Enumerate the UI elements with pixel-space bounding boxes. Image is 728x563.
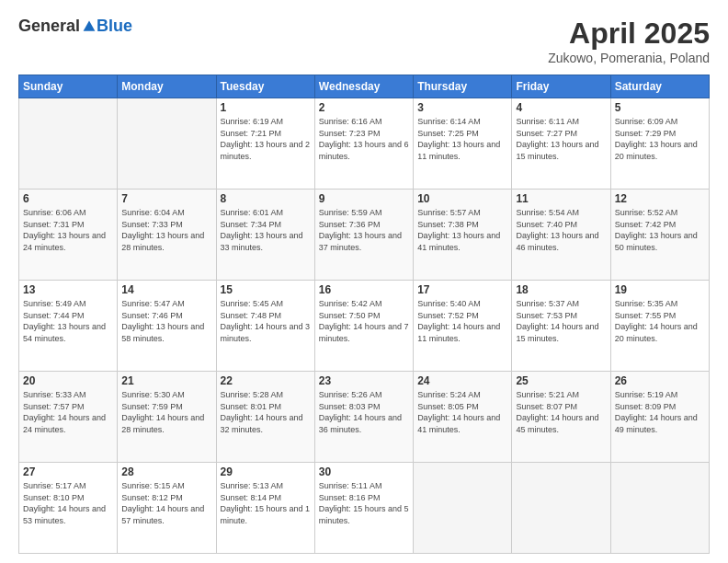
day-info: Sunrise: 5:54 AM Sunset: 7:40 PM Dayligh… xyxy=(516,207,606,253)
day-number: 16 xyxy=(319,283,409,296)
day-header-friday: Friday xyxy=(512,75,610,98)
calendar-cell: 17Sunrise: 5:40 AM Sunset: 7:52 PM Dayli… xyxy=(414,281,512,372)
page: General Blue April 2025 Zukowo, Pomerani… xyxy=(0,0,728,563)
day-info: Sunrise: 5:30 AM Sunset: 7:59 PM Dayligh… xyxy=(121,389,211,435)
day-number: 25 xyxy=(516,374,606,387)
day-number: 18 xyxy=(516,283,606,296)
calendar-cell: 24Sunrise: 5:24 AM Sunset: 8:05 PM Dayli… xyxy=(414,372,512,463)
calendar-cell: 7Sunrise: 6:04 AM Sunset: 7:33 PM Daylig… xyxy=(118,190,216,281)
day-number: 24 xyxy=(417,374,507,387)
calendar-cell: 10Sunrise: 5:57 AM Sunset: 7:38 PM Dayli… xyxy=(414,190,512,281)
calendar-cell: 18Sunrise: 5:37 AM Sunset: 7:53 PM Dayli… xyxy=(512,281,610,372)
calendar-cell xyxy=(512,463,610,554)
day-info: Sunrise: 5:19 AM Sunset: 8:09 PM Dayligh… xyxy=(615,389,705,435)
title-area: April 2025 Zukowo, Pomerania, Poland xyxy=(548,17,710,65)
calendar-cell: 22Sunrise: 5:28 AM Sunset: 8:01 PM Dayli… xyxy=(216,372,314,463)
calendar-cell: 29Sunrise: 5:13 AM Sunset: 8:14 PM Dayli… xyxy=(216,463,314,554)
day-info: Sunrise: 6:16 AM Sunset: 7:23 PM Dayligh… xyxy=(319,116,409,162)
day-info: Sunrise: 5:17 AM Sunset: 8:10 PM Dayligh… xyxy=(23,480,113,526)
day-number: 3 xyxy=(417,101,507,114)
day-info: Sunrise: 5:59 AM Sunset: 7:36 PM Dayligh… xyxy=(319,207,409,253)
week-row-4: 20Sunrise: 5:33 AM Sunset: 7:57 PM Dayli… xyxy=(19,372,710,463)
day-info: Sunrise: 5:21 AM Sunset: 8:07 PM Dayligh… xyxy=(516,389,606,435)
day-number: 15 xyxy=(221,283,311,296)
calendar-cell xyxy=(19,98,118,190)
day-number: 20 xyxy=(23,374,113,387)
day-number: 28 xyxy=(121,465,211,478)
logo-icon xyxy=(82,19,97,34)
calendar-cell: 3Sunrise: 6:14 AM Sunset: 7:25 PM Daylig… xyxy=(414,98,512,190)
day-info: Sunrise: 5:37 AM Sunset: 7:53 PM Dayligh… xyxy=(516,298,606,344)
calendar-cell: 4Sunrise: 6:11 AM Sunset: 7:27 PM Daylig… xyxy=(512,98,610,190)
logo-blue-text: Blue xyxy=(97,17,132,36)
day-number: 30 xyxy=(319,465,409,478)
day-info: Sunrise: 5:26 AM Sunset: 8:03 PM Dayligh… xyxy=(319,389,409,435)
day-info: Sunrise: 5:47 AM Sunset: 7:46 PM Dayligh… xyxy=(121,298,211,344)
day-info: Sunrise: 5:35 AM Sunset: 7:55 PM Dayligh… xyxy=(615,298,705,344)
day-info: Sunrise: 6:06 AM Sunset: 7:31 PM Dayligh… xyxy=(23,207,113,253)
day-info: Sunrise: 6:11 AM Sunset: 7:27 PM Dayligh… xyxy=(516,116,606,162)
day-header-sunday: Sunday xyxy=(19,75,118,98)
day-number: 4 xyxy=(516,101,606,114)
week-row-3: 13Sunrise: 5:49 AM Sunset: 7:44 PM Dayli… xyxy=(19,281,710,372)
day-number: 17 xyxy=(417,283,507,296)
week-row-2: 6Sunrise: 6:06 AM Sunset: 7:31 PM Daylig… xyxy=(19,190,710,281)
calendar-cell: 8Sunrise: 6:01 AM Sunset: 7:34 PM Daylig… xyxy=(216,190,314,281)
month-title: April 2025 xyxy=(548,17,710,51)
day-info: Sunrise: 5:11 AM Sunset: 8:16 PM Dayligh… xyxy=(319,480,409,526)
calendar-cell: 27Sunrise: 5:17 AM Sunset: 8:10 PM Dayli… xyxy=(19,463,118,554)
calendar-cell: 21Sunrise: 5:30 AM Sunset: 7:59 PM Dayli… xyxy=(118,372,216,463)
week-row-5: 27Sunrise: 5:17 AM Sunset: 8:10 PM Dayli… xyxy=(19,463,710,554)
calendar-cell: 2Sunrise: 6:16 AM Sunset: 7:23 PM Daylig… xyxy=(314,98,413,190)
calendar-cell: 20Sunrise: 5:33 AM Sunset: 7:57 PM Dayli… xyxy=(19,372,118,463)
location-title: Zukowo, Pomerania, Poland xyxy=(548,51,710,65)
day-number: 22 xyxy=(221,374,311,387)
day-info: Sunrise: 5:52 AM Sunset: 7:42 PM Dayligh… xyxy=(615,207,705,253)
day-number: 27 xyxy=(23,465,113,478)
day-number: 1 xyxy=(221,101,311,114)
day-header-wednesday: Wednesday xyxy=(314,75,413,98)
day-info: Sunrise: 5:28 AM Sunset: 8:01 PM Dayligh… xyxy=(221,389,311,435)
calendar-cell xyxy=(414,463,512,554)
day-info: Sunrise: 6:14 AM Sunset: 7:25 PM Dayligh… xyxy=(417,116,507,162)
calendar-cell: 15Sunrise: 5:45 AM Sunset: 7:48 PM Dayli… xyxy=(216,281,314,372)
day-number: 11 xyxy=(516,192,606,205)
day-number: 7 xyxy=(121,192,211,205)
calendar-cell: 5Sunrise: 6:09 AM Sunset: 7:29 PM Daylig… xyxy=(610,98,709,190)
calendar-cell: 13Sunrise: 5:49 AM Sunset: 7:44 PM Dayli… xyxy=(19,281,118,372)
day-info: Sunrise: 5:13 AM Sunset: 8:14 PM Dayligh… xyxy=(221,480,311,526)
logo: General Blue xyxy=(18,17,132,36)
day-info: Sunrise: 5:57 AM Sunset: 7:38 PM Dayligh… xyxy=(417,207,507,253)
day-number: 12 xyxy=(615,192,705,205)
day-number: 29 xyxy=(221,465,311,478)
day-number: 6 xyxy=(23,192,113,205)
day-number: 2 xyxy=(319,101,409,114)
day-header-monday: Monday xyxy=(118,75,216,98)
calendar-cell xyxy=(118,98,216,190)
day-number: 10 xyxy=(417,192,507,205)
calendar-cell: 30Sunrise: 5:11 AM Sunset: 8:16 PM Dayli… xyxy=(314,463,413,554)
calendar-cell: 16Sunrise: 5:42 AM Sunset: 7:50 PM Dayli… xyxy=(314,281,413,372)
day-info: Sunrise: 6:01 AM Sunset: 7:34 PM Dayligh… xyxy=(221,207,311,253)
day-header-thursday: Thursday xyxy=(414,75,512,98)
calendar-cell: 19Sunrise: 5:35 AM Sunset: 7:55 PM Dayli… xyxy=(610,281,709,372)
day-number: 19 xyxy=(615,283,705,296)
calendar-cell: 14Sunrise: 5:47 AM Sunset: 7:46 PM Dayli… xyxy=(118,281,216,372)
day-number: 26 xyxy=(615,374,705,387)
calendar-cell: 23Sunrise: 5:26 AM Sunset: 8:03 PM Dayli… xyxy=(314,372,413,463)
day-info: Sunrise: 5:40 AM Sunset: 7:52 PM Dayligh… xyxy=(417,298,507,344)
day-number: 23 xyxy=(319,374,409,387)
calendar-cell: 9Sunrise: 5:59 AM Sunset: 7:36 PM Daylig… xyxy=(314,190,413,281)
calendar-cell: 25Sunrise: 5:21 AM Sunset: 8:07 PM Dayli… xyxy=(512,372,610,463)
day-info: Sunrise: 5:33 AM Sunset: 7:57 PM Dayligh… xyxy=(23,389,113,435)
header: General Blue April 2025 Zukowo, Pomerani… xyxy=(18,17,710,65)
calendar-cell: 26Sunrise: 5:19 AM Sunset: 8:09 PM Dayli… xyxy=(610,372,709,463)
calendar-cell: 6Sunrise: 6:06 AM Sunset: 7:31 PM Daylig… xyxy=(19,190,118,281)
svg-marker-0 xyxy=(84,20,96,30)
day-header-tuesday: Tuesday xyxy=(216,75,314,98)
logo-general-text: General xyxy=(18,17,80,36)
day-number: 13 xyxy=(23,283,113,296)
calendar-cell: 1Sunrise: 6:19 AM Sunset: 7:21 PM Daylig… xyxy=(216,98,314,190)
calendar-cell: 12Sunrise: 5:52 AM Sunset: 7:42 PM Dayli… xyxy=(610,190,709,281)
calendar-table: SundayMondayTuesdayWednesdayThursdayFrid… xyxy=(18,75,710,554)
